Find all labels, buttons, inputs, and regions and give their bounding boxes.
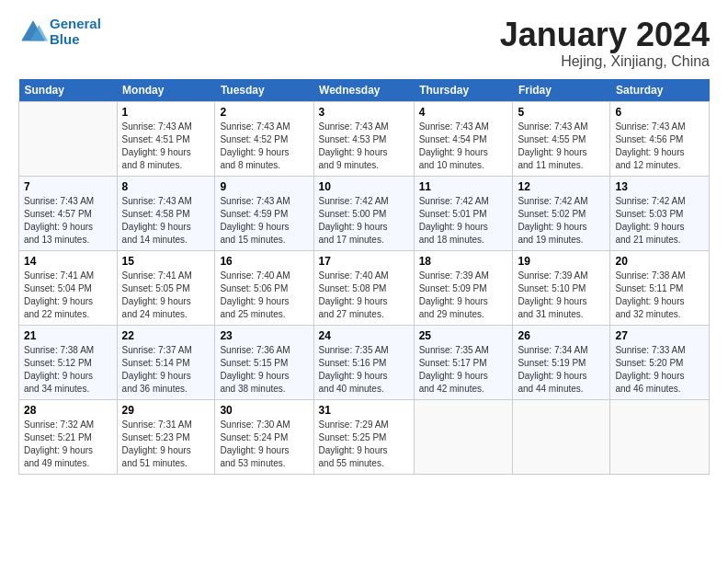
calendar-cell: 28Sunrise: 7:32 AM Sunset: 5:21 PM Dayli… [19, 399, 118, 474]
calendar-cell: 17Sunrise: 7:40 AM Sunset: 5:08 PM Dayli… [313, 250, 414, 325]
calendar-cell: 12Sunrise: 7:42 AM Sunset: 5:02 PM Dayli… [513, 176, 610, 250]
day-info: Sunrise: 7:37 AM Sunset: 5:14 PM Dayligh… [122, 344, 210, 396]
calendar-cell [19, 101, 118, 176]
day-number: 30 [220, 404, 308, 417]
header-row: SundayMondayTuesdayWednesdayThursdayFrid… [19, 79, 710, 102]
day-number: 15 [122, 255, 210, 268]
day-number: 20 [615, 255, 704, 268]
day-info: Sunrise: 7:38 AM Sunset: 5:11 PM Dayligh… [615, 270, 704, 321]
calendar-cell: 30Sunrise: 7:30 AM Sunset: 5:24 PM Dayli… [215, 399, 313, 474]
calendar-cell: 5Sunrise: 7:43 AM Sunset: 4:55 PM Daylig… [513, 101, 610, 176]
day-info: Sunrise: 7:34 AM Sunset: 5:19 PM Dayligh… [518, 344, 605, 396]
calendar-cell [610, 399, 710, 474]
calendar-cell: 22Sunrise: 7:37 AM Sunset: 5:14 PM Dayli… [117, 325, 215, 399]
logo: General Blue [18, 17, 101, 47]
title-area: January 2024 Hejing, Xinjiang, China [500, 17, 710, 70]
calendar-cell: 6Sunrise: 7:43 AM Sunset: 4:56 PM Daylig… [610, 101, 710, 176]
day-number: 1 [122, 106, 210, 119]
calendar-row: 14Sunrise: 7:41 AM Sunset: 5:04 PM Dayli… [19, 250, 710, 325]
day-number: 5 [518, 106, 605, 119]
day-number: 16 [220, 255, 308, 268]
calendar-cell: 16Sunrise: 7:40 AM Sunset: 5:06 PM Dayli… [215, 250, 313, 325]
day-number: 23 [220, 329, 308, 342]
calendar-cell: 1Sunrise: 7:43 AM Sunset: 4:51 PM Daylig… [117, 101, 215, 176]
day-info: Sunrise: 7:43 AM Sunset: 4:52 PM Dayligh… [220, 121, 308, 172]
day-info: Sunrise: 7:29 AM Sunset: 5:25 PM Dayligh… [319, 419, 409, 470]
day-info: Sunrise: 7:39 AM Sunset: 5:10 PM Dayligh… [518, 270, 605, 321]
calendar-cell: 4Sunrise: 7:43 AM Sunset: 4:54 PM Daylig… [414, 101, 513, 176]
calendar-cell: 2Sunrise: 7:43 AM Sunset: 4:52 PM Daylig… [215, 101, 313, 176]
day-info: Sunrise: 7:43 AM Sunset: 4:53 PM Dayligh… [319, 121, 409, 172]
day-number: 18 [419, 255, 508, 268]
calendar-cell: 25Sunrise: 7:35 AM Sunset: 5:17 PM Dayli… [414, 325, 513, 399]
calendar-cell [513, 399, 610, 474]
calendar-cell: 26Sunrise: 7:34 AM Sunset: 5:19 PM Dayli… [513, 325, 610, 399]
day-number: 4 [419, 106, 508, 119]
day-number: 6 [615, 106, 704, 119]
day-number: 27 [615, 329, 704, 342]
day-info: Sunrise: 7:41 AM Sunset: 5:04 PM Dayligh… [24, 270, 112, 321]
calendar-cell: 18Sunrise: 7:39 AM Sunset: 5:09 PM Dayli… [414, 250, 513, 325]
calendar-cell: 20Sunrise: 7:38 AM Sunset: 5:11 PM Dayli… [610, 250, 710, 325]
day-info: Sunrise: 7:30 AM Sunset: 5:24 PM Dayligh… [220, 419, 308, 470]
calendar-row: 21Sunrise: 7:38 AM Sunset: 5:12 PM Dayli… [19, 325, 710, 399]
calendar-cell: 23Sunrise: 7:36 AM Sunset: 5:15 PM Dayli… [215, 325, 313, 399]
day-info: Sunrise: 7:42 AM Sunset: 5:02 PM Dayligh… [518, 195, 605, 247]
calendar-cell: 29Sunrise: 7:31 AM Sunset: 5:23 PM Dayli… [117, 399, 215, 474]
day-info: Sunrise: 7:39 AM Sunset: 5:09 PM Dayligh… [419, 270, 508, 321]
day-number: 13 [615, 180, 704, 193]
day-number: 22 [122, 329, 210, 342]
calendar-cell [414, 399, 513, 474]
day-number: 12 [518, 180, 605, 193]
calendar-row: 1Sunrise: 7:43 AM Sunset: 4:51 PM Daylig… [19, 101, 710, 176]
month-title: January 2024 [500, 17, 710, 53]
weekday-header: Wednesday [313, 79, 414, 102]
day-number: 25 [419, 329, 508, 342]
day-info: Sunrise: 7:35 AM Sunset: 5:16 PM Dayligh… [319, 344, 409, 396]
day-info: Sunrise: 7:32 AM Sunset: 5:21 PM Dayligh… [24, 419, 112, 470]
calendar-cell: 21Sunrise: 7:38 AM Sunset: 5:12 PM Dayli… [19, 325, 118, 399]
day-info: Sunrise: 7:42 AM Sunset: 5:03 PM Dayligh… [615, 195, 704, 247]
day-number: 7 [24, 180, 112, 193]
calendar-cell: 31Sunrise: 7:29 AM Sunset: 5:25 PM Dayli… [313, 399, 414, 474]
calendar-row: 7Sunrise: 7:43 AM Sunset: 4:57 PM Daylig… [19, 176, 710, 250]
day-number: 19 [518, 255, 605, 268]
calendar-cell: 3Sunrise: 7:43 AM Sunset: 4:53 PM Daylig… [313, 101, 414, 176]
header: General Blue January 2024 Hejing, Xinjia… [18, 17, 710, 70]
calendar-row: 28Sunrise: 7:32 AM Sunset: 5:21 PM Dayli… [19, 399, 710, 474]
day-info: Sunrise: 7:42 AM Sunset: 5:00 PM Dayligh… [319, 195, 409, 247]
day-info: Sunrise: 7:42 AM Sunset: 5:01 PM Dayligh… [419, 195, 508, 247]
weekday-header: Friday [513, 79, 610, 102]
day-number: 11 [419, 180, 508, 193]
day-number: 3 [319, 106, 409, 119]
day-number: 14 [24, 255, 112, 268]
weekday-header: Monday [117, 79, 215, 102]
day-info: Sunrise: 7:43 AM Sunset: 4:59 PM Dayligh… [220, 195, 308, 247]
day-info: Sunrise: 7:35 AM Sunset: 5:17 PM Dayligh… [419, 344, 508, 396]
day-number: 8 [122, 180, 210, 193]
calendar-cell: 11Sunrise: 7:42 AM Sunset: 5:01 PM Dayli… [414, 176, 513, 250]
logo-text-general: General [50, 16, 101, 31]
day-info: Sunrise: 7:33 AM Sunset: 5:20 PM Dayligh… [615, 344, 704, 396]
calendar-table: SundayMondayTuesdayWednesdayThursdayFrid… [18, 79, 710, 475]
day-number: 29 [122, 404, 210, 417]
day-number: 26 [518, 329, 605, 342]
day-info: Sunrise: 7:43 AM Sunset: 4:54 PM Dayligh… [419, 121, 508, 172]
day-info: Sunrise: 7:40 AM Sunset: 5:08 PM Dayligh… [319, 270, 409, 321]
calendar-cell: 7Sunrise: 7:43 AM Sunset: 4:57 PM Daylig… [19, 176, 118, 250]
calendar-cell: 15Sunrise: 7:41 AM Sunset: 5:05 PM Dayli… [117, 250, 215, 325]
day-info: Sunrise: 7:43 AM Sunset: 4:56 PM Dayligh… [615, 121, 704, 172]
calendar-cell: 8Sunrise: 7:43 AM Sunset: 4:58 PM Daylig… [117, 176, 215, 250]
day-info: Sunrise: 7:43 AM Sunset: 4:55 PM Dayligh… [518, 121, 605, 172]
day-number: 31 [319, 404, 409, 417]
day-info: Sunrise: 7:43 AM Sunset: 4:51 PM Dayligh… [122, 121, 210, 172]
calendar-cell: 13Sunrise: 7:42 AM Sunset: 5:03 PM Dayli… [610, 176, 710, 250]
day-info: Sunrise: 7:40 AM Sunset: 5:06 PM Dayligh… [220, 270, 308, 321]
day-info: Sunrise: 7:38 AM Sunset: 5:12 PM Dayligh… [24, 344, 112, 396]
weekday-header: Saturday [610, 79, 710, 102]
weekday-header: Thursday [414, 79, 513, 102]
weekday-header: Sunday [19, 79, 118, 102]
logo-icon [18, 17, 48, 47]
calendar-cell: 9Sunrise: 7:43 AM Sunset: 4:59 PM Daylig… [215, 176, 313, 250]
calendar-cell: 24Sunrise: 7:35 AM Sunset: 5:16 PM Dayli… [313, 325, 414, 399]
